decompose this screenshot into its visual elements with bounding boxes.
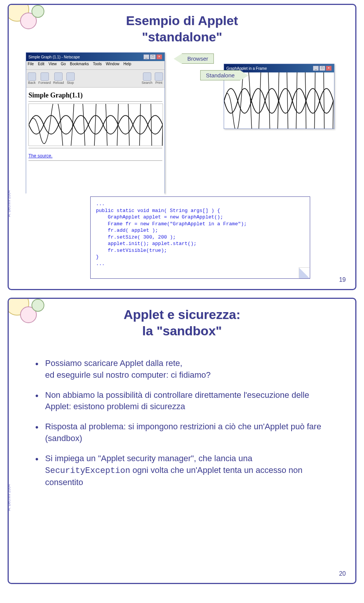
forward-icon (41, 72, 49, 81)
frame-body (224, 72, 334, 129)
toolbar-print[interactable]: Print (155, 72, 163, 85)
page-fold-icon-top (299, 268, 310, 278)
toolbar-forward[interactable]: Forward (38, 72, 51, 85)
page: Esempio di Applet "standalone" Simple Gr… (0, 4, 364, 584)
title-line2: la "sandbox" (142, 323, 222, 338)
browser-toolbar: Back Forward Reload Stop Search Print (26, 70, 165, 88)
wave-icon (224, 72, 334, 129)
menu-go[interactable]: Go (61, 62, 66, 66)
title-line1: Esempio di Applet (126, 13, 238, 28)
toolbar-stop[interactable]: Stop (66, 72, 75, 85)
bullet-3: Risposta al problema: si impongono restr… (35, 421, 333, 444)
copyright: A. Bechini 2004 (8, 190, 11, 217)
close-icon[interactable]: × (156, 54, 162, 60)
toolbar-search[interactable]: Search (141, 72, 152, 85)
toolbar-back[interactable]: Back (28, 72, 36, 85)
slide-title-2: Applet e sicurezza: la "sandbox" (9, 306, 355, 339)
bullet-list: Possiamo scaricare Applet dalla rete, ed… (35, 358, 333, 497)
minimize-icon[interactable]: _ (143, 54, 149, 60)
menu-edit[interactable]: Edit (38, 62, 44, 66)
title-line2: "standalone" (142, 30, 222, 44)
minimize-icon[interactable]: _ (313, 66, 319, 71)
page-number-1: 19 (339, 276, 346, 283)
applet-canvas (28, 104, 163, 146)
bullet-4-code: SecurityException (45, 466, 130, 476)
browser-body: Simple Graph(1.1) The source. (26, 88, 165, 198)
menu-tools[interactable]: Tools (93, 62, 102, 66)
browser-title-text: Simple Graph (1.1) - Netscape (28, 55, 80, 59)
bullet-4: Si impiega un "Applet security manager",… (35, 453, 333, 488)
standalone-arrow-label: Standalone (200, 70, 240, 80)
slide-2: Applet e sicurezza: la "sandbox" Possiam… (8, 298, 356, 584)
menu-view[interactable]: View (49, 62, 57, 66)
browser-menubar: File Edit View Go Bookmarks Tools Window… (26, 61, 165, 70)
menu-bookmarks[interactable]: Bookmarks (70, 62, 89, 66)
menu-file[interactable]: File (28, 62, 34, 66)
code-text: ... public static void main( String args… (96, 201, 247, 267)
reload-icon (54, 72, 63, 81)
page-number-2: 20 (339, 570, 346, 577)
browser-arrow-label: Browser (182, 53, 214, 64)
code-box: ... public static void main( String args… (90, 196, 310, 279)
search-icon (143, 72, 151, 81)
maximize-icon[interactable]: □ (319, 66, 325, 71)
print-icon (155, 72, 163, 81)
bullet-2: Non abbiamo la possibilità di controllar… (35, 389, 333, 413)
page-heading: Simple Graph(1.1) (28, 91, 162, 99)
stop-icon (66, 72, 75, 81)
title-line1: Applet e sicurezza: (124, 307, 240, 322)
wave-icon (29, 104, 163, 146)
back-icon (28, 72, 36, 81)
menu-window[interactable]: Window (106, 62, 119, 66)
close-icon[interactable]: × (326, 66, 332, 71)
source-link[interactable]: The source. (28, 153, 52, 159)
browser-titlebar: Simple Graph (1.1) - Netscape _ □ × (26, 53, 165, 61)
bullet-4a: Si impiega un "Applet security manager",… (45, 454, 252, 463)
menu-help[interactable]: Help (123, 62, 131, 66)
window-buttons: _ □ × (143, 54, 162, 60)
maximize-icon[interactable]: □ (150, 54, 156, 60)
copyright: A. Bechini 2004 (8, 484, 11, 511)
frame-window-buttons: _ □ × (313, 66, 332, 71)
slide-1: Esempio di Applet "standalone" Simple Gr… (8, 4, 356, 290)
bullet-1: Possiamo scaricare Applet dalla rete, ed… (35, 358, 333, 381)
browser-window: Simple Graph (1.1) - Netscape _ □ × File… (26, 52, 165, 193)
toolbar-reload[interactable]: Reload (53, 72, 64, 85)
slide-title-1: Esempio di Applet "standalone" (9, 13, 355, 45)
